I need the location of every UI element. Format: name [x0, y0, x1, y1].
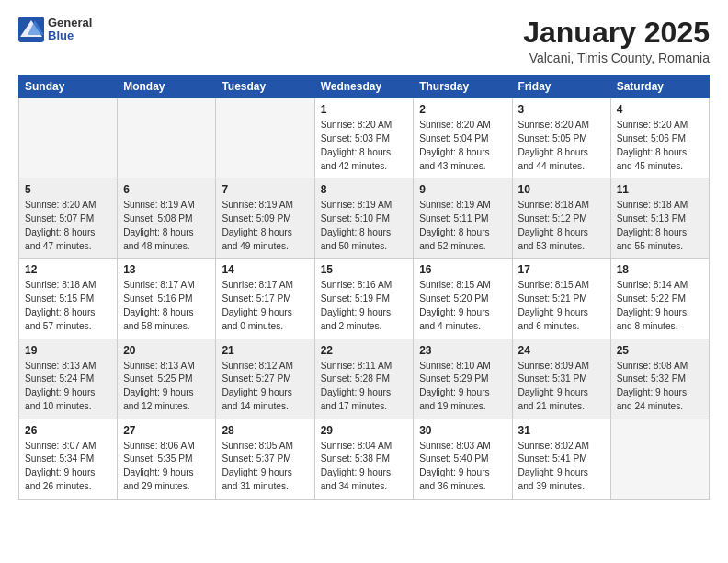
header: General Blue January 2025 Valcani, Timis… [18, 17, 710, 65]
day-number: 9 [419, 183, 506, 196]
day-number: 12 [25, 263, 111, 276]
day-info: Sunrise: 8:07 AM Sunset: 5:34 PM Dayligh… [25, 440, 111, 494]
day-info: Sunrise: 8:12 AM Sunset: 5:27 PM Dayligh… [222, 360, 308, 414]
calendar-cell: 27Sunrise: 8:06 AM Sunset: 5:35 PM Dayli… [118, 419, 216, 499]
day-info: Sunrise: 8:15 AM Sunset: 5:21 PM Dayligh… [518, 279, 605, 333]
day-info: Sunrise: 8:10 AM Sunset: 5:29 PM Dayligh… [419, 360, 506, 414]
day-info: Sunrise: 8:20 AM Sunset: 5:04 PM Dayligh… [419, 119, 506, 173]
day-number: 4 [617, 103, 703, 116]
weekday-header-row: SundayMondayTuesdayWednesdayThursdayFrid… [19, 75, 710, 98]
day-number: 20 [123, 344, 210, 357]
day-info: Sunrise: 8:19 AM Sunset: 5:08 PM Dayligh… [123, 199, 210, 253]
day-info: Sunrise: 8:15 AM Sunset: 5:20 PM Dayligh… [419, 279, 506, 333]
day-number: 11 [617, 183, 703, 196]
calendar-cell: 13Sunrise: 8:17 AM Sunset: 5:16 PM Dayli… [118, 259, 216, 339]
day-number: 15 [321, 263, 408, 276]
weekday-header: Monday [118, 75, 216, 98]
calendar-cell: 22Sunrise: 8:11 AM Sunset: 5:28 PM Dayli… [314, 339, 414, 419]
logo-text: General Blue [48, 17, 92, 43]
day-info: Sunrise: 8:11 AM Sunset: 5:28 PM Dayligh… [321, 360, 408, 414]
day-info: Sunrise: 8:16 AM Sunset: 5:19 PM Dayligh… [321, 279, 408, 333]
day-info: Sunrise: 8:13 AM Sunset: 5:25 PM Dayligh… [123, 360, 210, 414]
calendar-week-row: 26Sunrise: 8:07 AM Sunset: 5:34 PM Dayli… [19, 419, 710, 499]
day-info: Sunrise: 8:05 AM Sunset: 5:37 PM Dayligh… [222, 440, 308, 494]
calendar-cell: 18Sunrise: 8:14 AM Sunset: 5:22 PM Dayli… [610, 259, 709, 339]
day-number: 1 [321, 103, 408, 116]
calendar-week-row: 1Sunrise: 8:20 AM Sunset: 5:03 PM Daylig… [19, 98, 710, 178]
day-number: 29 [321, 424, 408, 437]
day-info: Sunrise: 8:02 AM Sunset: 5:41 PM Dayligh… [518, 440, 605, 494]
weekday-header: Sunday [19, 75, 118, 98]
calendar-cell: 15Sunrise: 8:16 AM Sunset: 5:19 PM Dayli… [314, 259, 414, 339]
logo-icon [18, 17, 44, 42]
day-info: Sunrise: 8:18 AM Sunset: 5:12 PM Dayligh… [518, 199, 605, 253]
day-number: 8 [321, 183, 408, 196]
day-info: Sunrise: 8:14 AM Sunset: 5:22 PM Dayligh… [617, 279, 703, 333]
day-number: 2 [419, 103, 506, 116]
day-number: 10 [518, 183, 605, 196]
day-number: 22 [321, 344, 408, 357]
calendar-cell: 20Sunrise: 8:13 AM Sunset: 5:25 PM Dayli… [118, 339, 216, 419]
weekday-header: Friday [512, 75, 610, 98]
day-number: 14 [222, 263, 308, 276]
day-info: Sunrise: 8:19 AM Sunset: 5:11 PM Dayligh… [419, 199, 506, 253]
calendar-week-row: 5Sunrise: 8:20 AM Sunset: 5:07 PM Daylig… [19, 178, 710, 259]
calendar-week-row: 19Sunrise: 8:13 AM Sunset: 5:24 PM Dayli… [19, 339, 710, 419]
calendar-subtitle: Valcani, Timis County, Romania [523, 51, 710, 65]
calendar-cell: 1Sunrise: 8:20 AM Sunset: 5:03 PM Daylig… [314, 98, 414, 178]
day-number: 26 [25, 424, 111, 437]
calendar-cell: 14Sunrise: 8:17 AM Sunset: 5:17 PM Dayli… [216, 259, 314, 339]
calendar-cell: 24Sunrise: 8:09 AM Sunset: 5:31 PM Dayli… [512, 339, 610, 419]
day-info: Sunrise: 8:20 AM Sunset: 5:05 PM Dayligh… [518, 119, 605, 173]
day-info: Sunrise: 8:20 AM Sunset: 5:03 PM Dayligh… [321, 119, 408, 173]
calendar-cell: 26Sunrise: 8:07 AM Sunset: 5:34 PM Dayli… [19, 419, 118, 499]
calendar-cell: 30Sunrise: 8:03 AM Sunset: 5:40 PM Dayli… [414, 419, 512, 499]
day-info: Sunrise: 8:18 AM Sunset: 5:13 PM Dayligh… [617, 199, 703, 253]
day-info: Sunrise: 8:17 AM Sunset: 5:17 PM Dayligh… [222, 279, 308, 333]
day-number: 31 [518, 424, 605, 437]
calendar-cell: 2Sunrise: 8:20 AM Sunset: 5:04 PM Daylig… [414, 98, 512, 178]
day-number: 27 [123, 424, 210, 437]
day-number: 13 [123, 263, 210, 276]
calendar-cell [19, 98, 118, 178]
calendar-cell: 25Sunrise: 8:08 AM Sunset: 5:32 PM Dayli… [610, 339, 709, 419]
day-info: Sunrise: 8:08 AM Sunset: 5:32 PM Dayligh… [617, 360, 703, 414]
calendar-cell: 19Sunrise: 8:13 AM Sunset: 5:24 PM Dayli… [19, 339, 118, 419]
calendar-cell [216, 98, 314, 178]
calendar-cell: 17Sunrise: 8:15 AM Sunset: 5:21 PM Dayli… [512, 259, 610, 339]
logo-general: General [48, 17, 92, 29]
calendar-cell: 6Sunrise: 8:19 AM Sunset: 5:08 PM Daylig… [118, 178, 216, 259]
day-info: Sunrise: 8:09 AM Sunset: 5:31 PM Dayligh… [518, 360, 605, 414]
calendar-cell: 23Sunrise: 8:10 AM Sunset: 5:29 PM Dayli… [414, 339, 512, 419]
calendar-title: January 2025 [523, 17, 710, 49]
day-number: 25 [617, 344, 703, 357]
day-info: Sunrise: 8:17 AM Sunset: 5:16 PM Dayligh… [123, 279, 210, 333]
calendar-cell [118, 98, 216, 178]
day-info: Sunrise: 8:19 AM Sunset: 5:09 PM Dayligh… [222, 199, 308, 253]
calendar-cell: 10Sunrise: 8:18 AM Sunset: 5:12 PM Dayli… [512, 178, 610, 259]
calendar-cell: 31Sunrise: 8:02 AM Sunset: 5:41 PM Dayli… [512, 419, 610, 499]
logo-blue: Blue [48, 29, 92, 42]
calendar-cell [610, 419, 709, 499]
day-number: 23 [419, 344, 506, 357]
day-number: 24 [518, 344, 605, 357]
day-number: 5 [25, 183, 111, 196]
weekday-header: Wednesday [314, 75, 414, 98]
day-info: Sunrise: 8:13 AM Sunset: 5:24 PM Dayligh… [25, 360, 111, 414]
title-block: January 2025 Valcani, Timis County, Roma… [523, 17, 710, 65]
day-number: 21 [222, 344, 308, 357]
page: General Blue January 2025 Valcani, Timis… [0, 0, 728, 563]
logo: General Blue [18, 17, 92, 43]
calendar-cell: 11Sunrise: 8:18 AM Sunset: 5:13 PM Dayli… [610, 178, 709, 259]
day-info: Sunrise: 8:19 AM Sunset: 5:10 PM Dayligh… [321, 199, 408, 253]
day-number: 16 [419, 263, 506, 276]
day-info: Sunrise: 8:20 AM Sunset: 5:06 PM Dayligh… [617, 119, 703, 173]
calendar-cell: 8Sunrise: 8:19 AM Sunset: 5:10 PM Daylig… [314, 178, 414, 259]
day-number: 19 [25, 344, 111, 357]
day-number: 18 [617, 263, 703, 276]
day-number: 28 [222, 424, 308, 437]
weekday-header: Thursday [414, 75, 512, 98]
weekday-header: Saturday [610, 75, 709, 98]
weekday-header: Tuesday [216, 75, 314, 98]
day-info: Sunrise: 8:18 AM Sunset: 5:15 PM Dayligh… [25, 279, 111, 333]
